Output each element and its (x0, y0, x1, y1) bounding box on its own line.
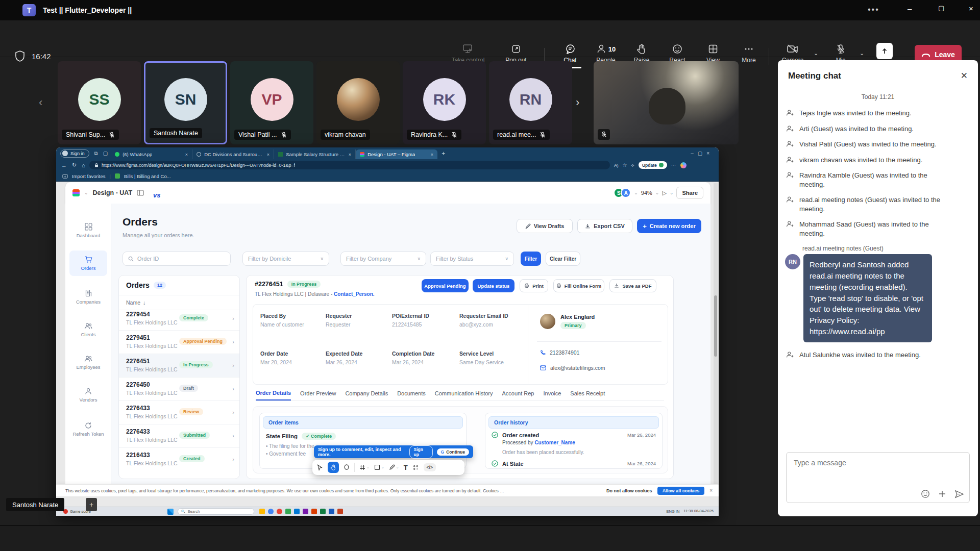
inner-taskbar-icons[interactable] (259, 509, 343, 514)
zoom-chevron[interactable]: ⌄ (655, 190, 659, 195)
minimize-button[interactable]: – (908, 4, 912, 13)
read-aloud-icon[interactable]: A) (614, 163, 619, 168)
sidebar-item-vendors[interactable]: Vendors (69, 382, 107, 408)
inner-start-icon[interactable] (167, 509, 174, 515)
order-row[interactable]: 2276433TL Flex Holdings LLC Review› (119, 401, 239, 424)
export-csv-button[interactable]: Export CSV (577, 219, 632, 233)
signup-button[interactable]: Sign up (409, 445, 433, 459)
figma-share-button[interactable]: Share (676, 187, 703, 199)
inner-clock[interactable]: 11:38 08-04-2025 (683, 509, 714, 513)
chat-message-input[interactable] (794, 459, 962, 467)
filter-status-select[interactable]: Filter by Status∨ (430, 252, 514, 266)
home-icon[interactable]: ⌂ (82, 162, 85, 168)
participant-tile[interactable]: SS Shivani Sup... (58, 61, 141, 144)
dev-mode-icon[interactable]: </> (424, 463, 436, 471)
inner-search-box[interactable]: 🔍 Search (178, 508, 254, 515)
order-id-search-input[interactable]: Order ID (122, 252, 231, 266)
zoom-level[interactable]: 94% (641, 190, 652, 196)
participant-tile[interactable]: RK Ravindra K... (403, 61, 486, 144)
tab-close-icon[interactable]: × (431, 152, 433, 157)
tab-invoice[interactable]: Invoice (543, 390, 561, 400)
settings-dots-icon[interactable]: ⋯ (671, 162, 676, 168)
layout-panel-icon[interactable] (137, 190, 144, 196)
lasso-tool-icon[interactable] (344, 464, 350, 471)
order-row-selected[interactable]: 2276451TL Flex Holdings LLC In Progress› (119, 354, 239, 378)
workspaces-icon[interactable]: ⧉ (94, 151, 98, 157)
filter-button[interactable]: Filter (521, 252, 541, 266)
update-browser-button[interactable]: Update (639, 161, 667, 169)
url-field[interactable]: https://www.figma.com/design/9BKQ0FOHRWa… (89, 161, 610, 169)
contact-email-row[interactable]: alex@vstatefilings.com (540, 365, 605, 371)
new-tab-icon[interactable]: + (442, 150, 445, 157)
tab-communication-history[interactable]: Communication History (435, 390, 493, 400)
deny-cookies-button[interactable]: Do not allow cookies (606, 488, 652, 493)
pen-tool-icon[interactable]: ⌄ (389, 464, 399, 470)
column-header-name[interactable]: Name (126, 299, 140, 306)
participant-tile[interactable]: vikram chavan (316, 61, 400, 144)
text-tool-icon[interactable]: T (404, 464, 408, 471)
sidebar-item-refresh-token[interactable]: Refresh Token (69, 415, 107, 443)
tab-company-details[interactable]: Company Details (345, 390, 388, 400)
shape-tool-icon[interactable]: ⌄ (374, 464, 384, 470)
strip-scroll-left-icon[interactable]: ‹ (39, 96, 42, 109)
figma-menu-chevron[interactable]: ⌄ (84, 190, 88, 195)
sidebar-item-dashboard[interactable]: Dashboard (69, 218, 107, 243)
browser-scrollbar[interactable] (714, 183, 718, 484)
tab-actions-icon[interactable]: ▢ (103, 151, 108, 156)
browser-tab-active[interactable]: Design - UAT – Figma× (356, 149, 437, 159)
sidebar-item-companies[interactable]: Companies (69, 284, 107, 310)
contact-phone-row[interactable]: 2123874901 (540, 349, 579, 356)
close-button[interactable]: × (969, 4, 973, 13)
browser-tab[interactable]: DC Divisions and Surroundings× (192, 149, 274, 159)
refresh-icon[interactable]: ↻ (72, 162, 77, 168)
figma-doc-title[interactable]: Design - UAT (93, 189, 133, 196)
favorite-star-icon[interactable]: ☆ (622, 162, 627, 168)
order-row[interactable]: 2279451TL Flex Holdings LLC Approval Pen… (119, 331, 239, 354)
order-row[interactable]: 2279454TL Flex Holdings LLC Complete› (119, 307, 239, 331)
featured-video-tile[interactable] (594, 61, 739, 144)
chat-input-box[interactable] (786, 452, 970, 503)
allow-cookies-button[interactable]: Allow all cookies (657, 487, 705, 495)
customer-name-link[interactable]: Customer_Name (534, 440, 575, 445)
order-row[interactable]: 2216433TL Flex Holdings LLC Created› (119, 448, 239, 471)
view-drafts-button[interactable]: View Drafts (517, 219, 573, 233)
tab-sales-receipt[interactable]: Sales Receipt (570, 390, 605, 400)
tab-close-icon[interactable]: × (185, 152, 188, 157)
back-icon[interactable]: ← (61, 162, 67, 168)
hand-tool-icon-active[interactable] (328, 462, 339, 473)
sidebar-item-employees[interactable]: Employees (69, 349, 107, 375)
order-row[interactable]: 2276433TL Flex Holdings LLC Submitted› (119, 424, 239, 448)
browser-tab[interactable]: (6) WhatsApp× (111, 149, 192, 159)
save-as-pdf-button[interactable]: Save as PDF (609, 279, 656, 292)
favorite-bookmark[interactable]: Bills | Billing and Co... (124, 173, 171, 179)
tab-account-rep[interactable]: Account Rep (502, 390, 534, 400)
browser-tab[interactable]: Sample Salary Structure with calc× (274, 149, 356, 159)
clear-filter-button[interactable]: Clear Filter (546, 252, 580, 266)
collections-icon[interactable]: ⟡ (631, 162, 634, 168)
titlebar-more-icon[interactable]: ••• (868, 5, 879, 14)
attach-plus-icon[interactable] (938, 490, 946, 498)
collaborator-avatar[interactable]: A (621, 188, 631, 198)
participant-tile[interactable]: VP Vishal Patil ... (230, 61, 313, 144)
inner-lang[interactable]: ENG IN (666, 509, 679, 514)
close-cookie-icon[interactable]: × (709, 488, 713, 493)
browser-profile-button[interactable]: Sign in (60, 149, 89, 158)
collaborators-chevron[interactable]: ⌄ (634, 190, 638, 195)
create-new-order-button[interactable]: + Create new order (637, 219, 701, 233)
present-icon[interactable]: ▷ (662, 190, 666, 196)
frame-tool-icon[interactable]: ⌄ (359, 464, 370, 470)
tab-close-icon[interactable]: × (267, 152, 270, 157)
figma-menu-icon[interactable] (72, 189, 80, 196)
filter-domicile-select[interactable]: Filter by Domicile∨ (242, 252, 329, 266)
update-status-button[interactable]: Update status (473, 279, 514, 292)
move-tool-icon[interactable] (316, 464, 323, 471)
send-icon[interactable] (954, 490, 964, 498)
tab-order-preview[interactable]: Order Preview (300, 390, 336, 400)
strip-scroll-right-icon[interactable]: › (576, 96, 579, 109)
filter-company-select[interactable]: Filter by Company∨ (340, 252, 426, 266)
present-chevron[interactable]: ⌄ (670, 190, 674, 195)
import-favorites-link[interactable]: Import favorites (72, 173, 105, 179)
order-row[interactable]: 2276450TL Flex Holdings LLC Draft› (119, 378, 239, 401)
google-continue-button[interactable]: GContinue (437, 448, 469, 456)
fill-online-form-button[interactable]: Fill Online Form (553, 279, 604, 292)
